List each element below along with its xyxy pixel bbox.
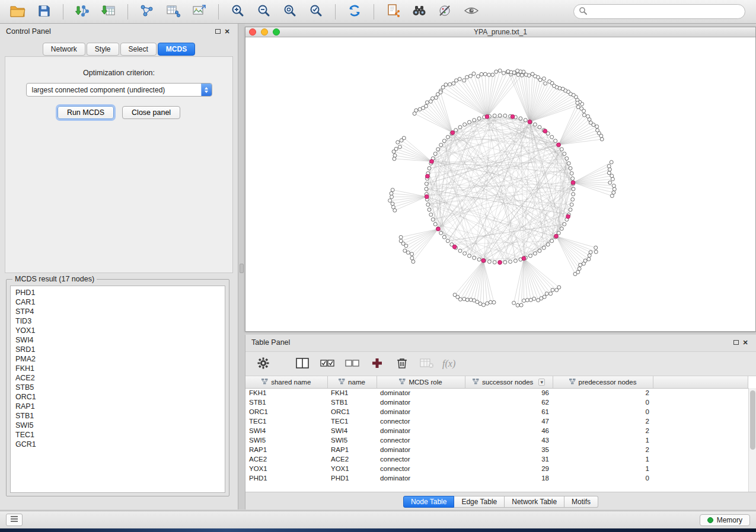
zoom-selected-button[interactable] — [304, 2, 328, 21]
mcds-options-box: Optimization criterion: largest connecte… — [5, 56, 233, 273]
task-history-button[interactable] — [6, 514, 23, 526]
mcds-result-item[interactable]: SWI4 — [11, 335, 225, 345]
mcds-result-item[interactable]: SRD1 — [11, 345, 225, 354]
tab-network[interactable]: Network — [43, 43, 85, 56]
network-window-titlebar[interactable]: YPA_prune.txt_1 — [245, 27, 755, 37]
import-table-button[interactable] — [97, 2, 120, 21]
graphics-details-button[interactable] — [433, 2, 457, 21]
memory-button[interactable]: Memory — [700, 514, 750, 526]
select-all-button[interactable] — [318, 355, 337, 373]
search-icon — [579, 7, 587, 17]
tab-edge-table[interactable]: Edge Table — [454, 496, 505, 508]
panel-splitter[interactable] — [238, 24, 245, 509]
column-type-icon — [399, 379, 406, 386]
mcds-result-item[interactable]: PMA2 — [11, 354, 225, 364]
table-row[interactable]: ORC1ORC1dominator610 — [245, 407, 748, 416]
window-zoom-button[interactable] — [273, 28, 280, 36]
table-row[interactable]: STB1STB1dominator620 — [245, 398, 748, 407]
save-session-button[interactable] — [32, 2, 56, 21]
node-table: shared namenameMCDS rolesuccessor nodes▾… — [245, 376, 748, 483]
mcds-result-item[interactable]: ACE2 — [11, 373, 225, 383]
column-header[interactable]: name — [327, 376, 377, 388]
toolbar-separator — [218, 4, 219, 20]
network-graph — [245, 37, 755, 331]
tab-style[interactable]: Style — [87, 43, 119, 56]
network-canvas[interactable] — [245, 37, 755, 331]
window-close-button[interactable] — [249, 28, 256, 36]
search-neighbors-button[interactable] — [407, 2, 431, 21]
tab-mcds[interactable]: MCDS — [158, 43, 195, 56]
splitter-handle[interactable] — [240, 264, 244, 273]
delete-table-button[interactable] — [417, 355, 436, 373]
mcds-result-item[interactable]: SWI5 — [11, 421, 225, 430]
column-header[interactable]: MCDS role — [377, 376, 465, 388]
mcds-result-item[interactable]: STB5 — [11, 383, 225, 392]
create-column-button[interactable] — [368, 355, 387, 373]
document-share-icon — [387, 4, 400, 20]
show-column-panel-button[interactable] — [293, 355, 312, 373]
criterion-dropdown[interactable]: largest connected component (undirected) — [26, 83, 212, 97]
table-row[interactable]: RAP1RAP1dominator352 — [245, 445, 748, 454]
tab-select[interactable]: Select — [120, 43, 157, 56]
refresh-layout-button[interactable] — [343, 2, 366, 21]
table-row[interactable]: FKH1FKH1dominator962 — [245, 388, 748, 398]
new-network-button[interactable] — [135, 2, 159, 21]
close-table-panel-button[interactable]: ✕ — [741, 338, 750, 347]
mcds-result-item[interactable]: GCR1 — [11, 440, 225, 449]
table-scrollbar[interactable] — [748, 388, 756, 492]
import-network-button[interactable] — [71, 2, 94, 21]
tab-motifs[interactable]: Motifs — [564, 496, 598, 508]
sort-caret-icon[interactable]: ▾ — [538, 379, 545, 386]
column-header[interactable]: predecessor nodes — [553, 376, 653, 388]
function-builder-button[interactable]: f(x) — [442, 358, 455, 369]
table-tabs: Node Table Edge Table Network Table Moti… — [245, 496, 756, 508]
table-row[interactable]: SWI5SWI5connector431 — [245, 435, 748, 445]
deselect-all-button[interactable] — [343, 355, 362, 373]
window-minimize-button[interactable] — [261, 28, 268, 36]
mcds-result-item[interactable]: ORC1 — [11, 392, 225, 402]
tab-node-table[interactable]: Node Table — [403, 496, 455, 508]
run-mcds-button[interactable]: Run MCDS — [58, 106, 114, 119]
copy-style-button[interactable] — [381, 2, 405, 21]
table-row[interactable]: PHD1PHD1dominator180 — [245, 473, 748, 483]
zoom-out-button[interactable] — [252, 2, 276, 21]
network-from-table-button[interactable] — [161, 2, 185, 21]
table-row[interactable]: SWI4SWI4dominator462 — [245, 426, 748, 435]
tab-network-table[interactable]: Network Table — [505, 496, 564, 508]
mcds-result-item[interactable]: TID3 — [11, 316, 225, 326]
mcds-result-item[interactable]: YOX1 — [11, 326, 225, 335]
float-table-panel-button[interactable] — [731, 338, 741, 347]
close-panel-button-mcds[interactable]: Close panel — [122, 106, 180, 119]
control-panel-title: Control Panel — [6, 27, 213, 36]
export-image-button[interactable] — [187, 2, 211, 21]
mcds-result-item[interactable]: FKH1 — [11, 364, 225, 373]
trash-icon — [397, 357, 407, 371]
zoom-in-button[interactable] — [226, 2, 250, 21]
mcds-result-item[interactable]: STB1 — [11, 411, 225, 421]
toolbar-separator — [335, 4, 336, 20]
mcds-result-item[interactable]: TEC1 — [11, 430, 225, 440]
float-panel-button[interactable] — [213, 27, 222, 36]
network-icon — [140, 4, 154, 19]
table-row[interactable]: TEC1TEC1connector472 — [245, 416, 748, 426]
search-input[interactable] — [590, 8, 740, 16]
scrollbar-thumb[interactable] — [750, 390, 755, 450]
table-settings-button[interactable] — [254, 355, 273, 373]
binoculars-icon — [412, 4, 427, 19]
table-row[interactable]: YOX1YOX1connector291 — [245, 464, 748, 473]
mcds-result-item[interactable]: CAR1 — [11, 297, 225, 307]
search-box[interactable] — [573, 4, 745, 19]
table-row[interactable]: ACE2ACE2connector311 — [245, 454, 748, 464]
open-session-button[interactable] — [6, 2, 30, 21]
mcds-result-list[interactable]: PHD1CAR1STP4TID3YOX1SWI4SRD1PMA2FKH1ACE2… — [10, 286, 225, 493]
zoom-fit-button[interactable] — [278, 2, 302, 21]
delete-column-button[interactable] — [393, 355, 412, 373]
optimization-criterion-label: Optimization criterion: — [5, 69, 232, 77]
column-header[interactable]: successor nodes▾ — [465, 376, 553, 388]
close-panel-button[interactable]: ✕ — [222, 27, 232, 36]
mcds-result-item[interactable]: PHD1 — [11, 288, 225, 297]
column-header[interactable]: shared name — [245, 376, 327, 388]
mcds-result-item[interactable]: RAP1 — [11, 402, 225, 411]
mcds-result-item[interactable]: STP4 — [11, 307, 225, 316]
show-hide-button[interactable] — [460, 2, 483, 21]
